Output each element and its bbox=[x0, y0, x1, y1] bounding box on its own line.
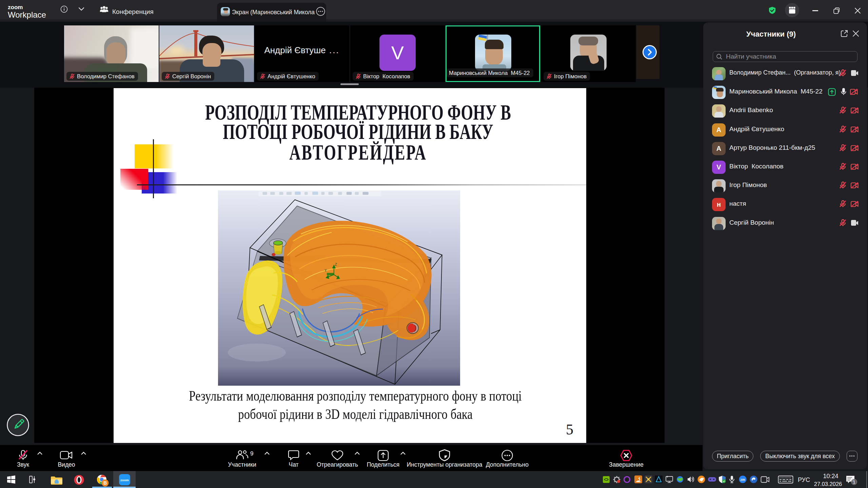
svg-text:1: 1 bbox=[853, 480, 855, 485]
svg-text:zm: zm bbox=[741, 478, 745, 482]
svg-text:Y: Y bbox=[324, 269, 327, 272]
svg-text:B: B bbox=[103, 480, 107, 486]
svg-text:zoom: zoom bbox=[120, 478, 129, 482]
svg-text:Z: Z bbox=[335, 262, 337, 266]
